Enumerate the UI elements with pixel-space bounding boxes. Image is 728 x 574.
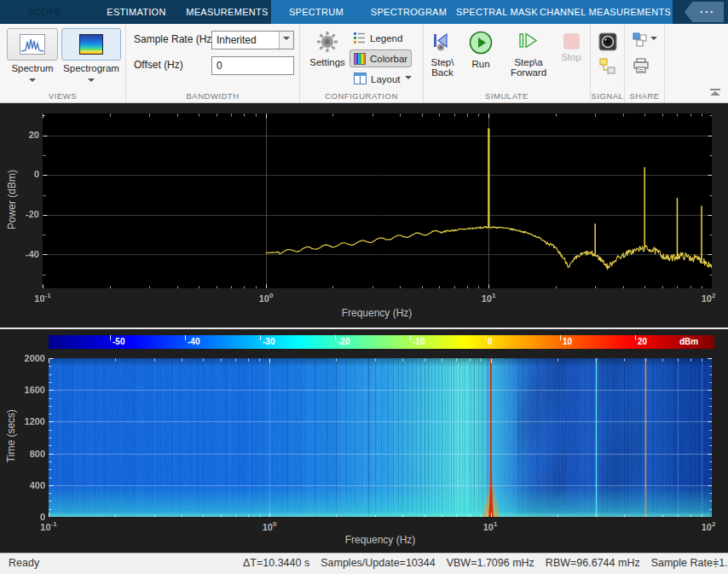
colorbar-tick-10: 10	[563, 337, 572, 346]
spectrogram-ylabel: Time (secs)	[5, 351, 17, 521]
export-button[interactable]	[633, 32, 657, 48]
tab-measurements[interactable]: MEASUREMENTS	[183, 0, 271, 24]
spectrum-ytick-m40: -40	[10, 248, 39, 260]
spectrogram-view-label: Spectrogram	[61, 63, 121, 73]
status-rbw: RBW=96.6744 mHz	[546, 557, 640, 569]
tab-estimation[interactable]: ESTIMATION	[90, 0, 183, 24]
export-dropdown-icon[interactable]	[650, 37, 657, 43]
spectrum-ytick-0: 0	[10, 168, 39, 180]
spectrum-plot-panel: Power (dBm) 20 0 -20 -40 10-1 100 101 10…	[0, 103, 728, 328]
step-forward-icon	[505, 31, 552, 55]
spectrum-view-button[interactable]: Spectrum	[7, 28, 58, 89]
spectrum-ytick-m20: -20	[10, 208, 39, 220]
tab-spectrogram[interactable]: SPECTROGRAM	[361, 0, 456, 24]
section-share: SHARE	[625, 24, 665, 102]
colorbar-tickmark	[485, 335, 486, 340]
colorbar-tickmark	[185, 335, 186, 340]
colorbar-tick-m20: -20	[338, 337, 350, 346]
step-back-button[interactable]: Step\ Back	[425, 31, 459, 78]
spectrum-analyzer-window: SCOPE ESTIMATION MEASUREMENTS SPECTRUM S…	[0, 0, 728, 574]
spectrum-ytick-20: 20	[10, 129, 39, 141]
colorbar-tick-0: 0	[488, 337, 493, 346]
spectrogram-view-icon	[79, 34, 103, 55]
colorbar-tick-m40: -40	[188, 337, 199, 346]
colorbar-tickmark	[635, 335, 636, 340]
tab-overflow-button[interactable]: ···	[685, 2, 724, 22]
colorbar-toggle-button[interactable]: Colorbar	[350, 49, 412, 67]
stop-button[interactable]: Stop	[556, 31, 586, 62]
signal-selector-button[interactable]	[599, 58, 615, 78]
status-bar: Ready ΔT=10.3440 s Samples/Update=10344 …	[0, 553, 728, 574]
section-signal: SIGNAL	[591, 24, 625, 102]
stop-icon	[563, 33, 580, 49]
print-button[interactable]	[633, 58, 650, 78]
status-menu-icon[interactable]: ⋮	[710, 556, 721, 569]
step-forward-button[interactable]: Step\a Forward	[505, 31, 552, 78]
spectrum-xtick-0p1: 10-1	[26, 292, 60, 304]
spectrogram-xtick-1: 100	[252, 520, 286, 532]
sample-rate-value: Inherited	[212, 34, 279, 46]
toolstrip-ribbon: Spectrum Spectrogram VIEWS Sample Rate (…	[0, 24, 728, 103]
legend-icon	[354, 32, 366, 45]
spectrogram-ytick-400: 400	[16, 479, 45, 491]
bandwidth-section-label: BANDWIDTH	[126, 91, 299, 101]
spectrogram-xtick-0p1: 10-1	[32, 520, 66, 532]
step-back-icon	[425, 31, 459, 55]
step-forward-label-2: Forward	[505, 67, 552, 78]
tab-scope[interactable]: SCOPE	[0, 0, 90, 24]
spectrum-view-icon	[20, 34, 45, 55]
status-samples-per-update: Samples/Update=10344	[321, 557, 435, 569]
section-configuration: Settings Legend Colorbar Layout CONFIGUR…	[300, 24, 424, 102]
spectrogram-heatmap-canvas[interactable]	[49, 358, 712, 517]
tab-spectral-mask[interactable]: SPECTRAL MASK	[456, 0, 538, 24]
step-forward-label-1: Step\a	[505, 57, 552, 67]
colorbar-tick-m50: -50	[113, 337, 124, 346]
section-views: Spectrum Spectrogram VIEWS	[0, 24, 126, 102]
gear-icon	[307, 31, 348, 55]
colorbar-tick-m10: -10	[413, 337, 425, 346]
sample-rate-label: Sample Rate (Hz)	[134, 33, 215, 45]
layout-dropdown-icon[interactable]	[405, 76, 412, 83]
spectrogram-view-button[interactable]: Spectrogram	[61, 28, 121, 89]
status-vbw: VBW=1.7096 mHz	[447, 557, 534, 569]
legend-label: Legend	[370, 33, 402, 43]
run-icon	[466, 31, 495, 56]
tab-spectrum[interactable]: SPECTRUM	[271, 0, 361, 24]
spectrogram-colorbar[interactable]: -50 -40 -30 -20 -10 0 10 20 dBm	[49, 335, 714, 349]
knob-icon	[598, 32, 617, 51]
settings-label: Settings	[307, 57, 348, 67]
colorbar-tick-m30: -30	[263, 337, 274, 346]
views-section-label: VIEWS	[0, 91, 125, 101]
spectrum-xlabel: Frequency (Hz)	[292, 307, 462, 319]
share-section-label: SHARE	[625, 91, 664, 101]
settings-button[interactable]: Settings	[307, 31, 348, 67]
offset-label: Offset (Hz)	[134, 59, 183, 71]
step-back-label-1: Step\	[425, 57, 459, 67]
colorbar-tickmark	[560, 335, 561, 340]
signal-knob-button[interactable]	[598, 32, 617, 55]
collapse-ribbon-button[interactable]	[709, 89, 721, 97]
spectrum-view-label: Spectrum	[7, 63, 58, 73]
spectrogram-ytick-1200: 1200	[16, 415, 45, 427]
stop-label: Stop	[556, 52, 586, 62]
sample-rate-dropdown-icon[interactable]	[279, 32, 293, 49]
status-delta-t: ΔT=10.3440 s	[243, 557, 309, 569]
legend-toggle-button[interactable]: Legend	[350, 29, 407, 47]
toolstrip-tabbar: SCOPE ESTIMATION MEASUREMENTS SPECTRUM S…	[0, 0, 728, 24]
spectrum-xtick-100: 102	[691, 292, 725, 304]
offset-input[interactable]: 0	[211, 56, 294, 75]
colorbar-icon	[354, 53, 366, 65]
signal-blocks-icon	[599, 58, 615, 74]
sample-rate-combobox[interactable]: Inherited	[211, 31, 294, 49]
spectrum-plot-canvas[interactable]	[43, 113, 712, 288]
spectrogram-view-dropdown-icon[interactable]	[88, 78, 95, 85]
spectrum-xtick-1: 100	[249, 292, 283, 304]
step-back-label-2: Back	[425, 67, 459, 78]
tab-channel-measurements[interactable]: CHANNEL MEASUREMENTS	[538, 0, 673, 24]
spectrum-view-dropdown-icon[interactable]	[29, 78, 36, 85]
layout-icon	[354, 72, 367, 86]
contextual-tab-group: SPECTRUM SPECTROGRAM SPECTRAL MASK CHANN…	[271, 0, 673, 24]
status-stats: ΔT=10.3440 s Samples/Update=10344 VBW=1.…	[243, 557, 728, 569]
layout-button[interactable]: Layout	[350, 70, 416, 88]
run-button[interactable]: Run	[466, 31, 495, 69]
